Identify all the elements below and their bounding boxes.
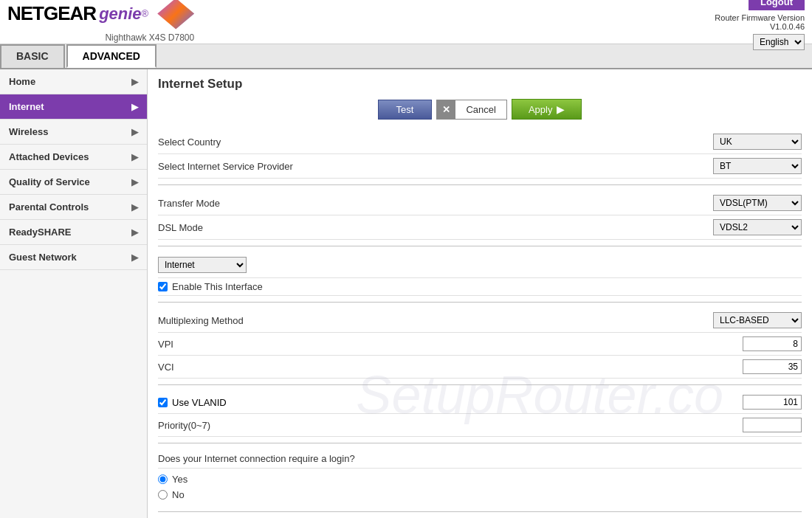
language-select[interactable]: English (753, 34, 805, 50)
genie-logo: genie (99, 4, 141, 24)
vci-row: VCI (158, 356, 802, 379)
arrow-icon: ▶ (131, 202, 138, 213)
cancel-x-button[interactable]: ✕ (437, 100, 455, 119)
sidebar-item-internet[interactable]: Internet ▶ (0, 94, 147, 120)
sidebar-item-readyshare[interactable]: ReadySHARE ▶ (0, 220, 147, 245)
arrow-icon: ▶ (131, 227, 138, 238)
arrow-icon: ▶ (131, 152, 138, 162)
country-control: UK (394, 134, 802, 150)
vpi-control (394, 336, 802, 351)
arrow-icon: ▶ (131, 77, 138, 87)
priority-label: Priority(0~7) (158, 420, 394, 431)
vpi-label: VPI (158, 339, 394, 350)
transfer-mode-select[interactable]: VDSL(PTM) (713, 195, 802, 211)
transfer-mode-control: VDSL(PTM) (394, 195, 802, 211)
logout-button[interactable]: Logout (749, 0, 805, 10)
arrow-icon: ▶ (131, 102, 138, 112)
transfer-mode-row: Transfer Mode VDSL(PTM) (158, 191, 802, 215)
cancel-wrap: ✕ Cancel (436, 100, 506, 120)
test-button[interactable]: Test (378, 100, 433, 120)
multiplexing-label: Multiplexing Method (158, 315, 394, 326)
dsl-mode-label: DSL Mode (158, 222, 394, 233)
tab-basic[interactable]: BASIC (0, 44, 65, 68)
multiplexing-control: LLC-BASED (394, 312, 802, 328)
page-title: Internet Setup (158, 77, 802, 91)
vpi-row: VPI (158, 333, 802, 356)
apply-arrow-icon: ▶ (557, 103, 565, 115)
form-section-vlan: Use VLANID Priority(0~7) (158, 391, 802, 437)
radio-group: Yes No (158, 469, 802, 505)
radio-yes[interactable] (158, 474, 168, 484)
isp-row: Select Internet Service Provider BT (158, 154, 802, 179)
router-model: Nighthawk X4S D7800 (105, 32, 194, 46)
sidebar-item-wireless[interactable]: Wireless ▶ (0, 120, 147, 145)
vlanid-control (394, 395, 802, 410)
content-area: Internet Setup Test ✕ Cancel Apply ▶ Set… (148, 69, 812, 518)
vci-control (394, 359, 802, 374)
sidebar-item-guest-network[interactable]: Guest Network ▶ (0, 245, 147, 270)
radio-no-row: No (158, 487, 802, 503)
country-label: Select Country (158, 137, 394, 148)
isp-label: Select Internet Service Provider (158, 161, 394, 172)
form-section-login-required: Does your Internet connection require a … (158, 449, 802, 505)
isp-select[interactable]: BT (713, 158, 802, 174)
netgear-logo: NETGEAR (7, 2, 96, 25)
divider1 (158, 184, 802, 185)
radio-yes-row: Yes (158, 472, 802, 487)
sidebar-item-home[interactable]: Home ▶ (0, 69, 147, 94)
use-vlanid-checkbox[interactable] (158, 398, 168, 407)
radio-yes-label: Yes (172, 474, 187, 485)
multiplexing-select[interactable]: LLC-BASED (713, 312, 802, 328)
sidebar-item-quality-of-service[interactable]: Quality of Service ▶ (0, 170, 147, 195)
priority-row: Priority(0~7) (158, 414, 802, 437)
radio-no[interactable] (158, 490, 168, 500)
vci-input[interactable] (743, 359, 802, 374)
firmware-info: Router Firmware Version V1.0.0.46 (715, 13, 805, 31)
multiplexing-row: Multiplexing Method LLC-BASED (158, 308, 802, 333)
divider3 (158, 302, 802, 303)
logo-area: NETGEAR genie ® Nighthawk X4S D7800 (7, 0, 194, 46)
priority-control (394, 418, 802, 432)
form-section-mode: Transfer Mode VDSL(PTM) DSL Mode VDSL2 (158, 191, 802, 240)
radio-no-label: No (172, 489, 185, 500)
enable-interface-checkbox[interactable] (158, 282, 168, 291)
country-select[interactable]: UK (713, 134, 802, 150)
dsl-mode-select[interactable]: VDSL2 (713, 219, 802, 235)
divider5 (158, 443, 802, 443)
apply-button[interactable]: Apply ▶ (512, 99, 582, 120)
header-right: Logout Router Firmware Version V1.0.0.46… (715, 0, 805, 50)
dsl-mode-row: DSL Mode VDSL2 (158, 215, 802, 240)
enable-interface-row: Enable This Interface (158, 278, 802, 296)
sidebar-item-attached-devices[interactable]: Attached Devices ▶ (0, 145, 147, 170)
login-required-label: Does your Internet connection require a … (158, 453, 394, 464)
form-section-multiplexing: Multiplexing Method LLC-BASED VPI VCI (158, 308, 802, 379)
isp-control: BT (394, 158, 802, 174)
nav-tabs: BASIC ADVANCED (0, 44, 812, 69)
enable-interface-label: Enable This Interface (172, 281, 263, 292)
transfer-mode-label: Transfer Mode (158, 198, 394, 209)
cancel-button[interactable]: Cancel (455, 100, 506, 119)
arrow-icon: ▶ (131, 127, 138, 137)
divider6 (158, 511, 802, 512)
interface-select[interactable]: Internet (158, 257, 247, 273)
vlanid-row: Use VLANID (158, 391, 802, 414)
country-row: Select Country UK (158, 130, 802, 154)
main-layout: Home ▶ Internet ▶ Wireless ▶ Attached De… (0, 69, 812, 518)
login-required-row: Does your Internet connection require a … (158, 449, 802, 469)
registered-mark: ® (142, 8, 149, 19)
tab-advanced[interactable]: ADVANCED (66, 44, 156, 68)
action-bar: Test ✕ Cancel Apply ▶ (158, 99, 802, 120)
arrow-icon: ▶ (131, 252, 138, 263)
arrow-icon: ▶ (131, 177, 138, 187)
vci-label: VCI (158, 362, 394, 373)
interface-row: Internet (158, 252, 802, 278)
divider4 (158, 384, 802, 385)
vpi-input[interactable] (743, 336, 802, 351)
dsl-mode-control: VDSL2 (394, 219, 802, 235)
priority-input[interactable] (743, 418, 802, 432)
sidebar-item-parental-controls[interactable]: Parental Controls ▶ (0, 195, 147, 220)
use-vlanid-label: Use VLANID (172, 397, 227, 408)
header: NETGEAR genie ® Nighthawk X4S D7800 Logo… (0, 0, 812, 44)
vlanid-input[interactable] (743, 395, 802, 410)
divider2 (158, 246, 802, 246)
